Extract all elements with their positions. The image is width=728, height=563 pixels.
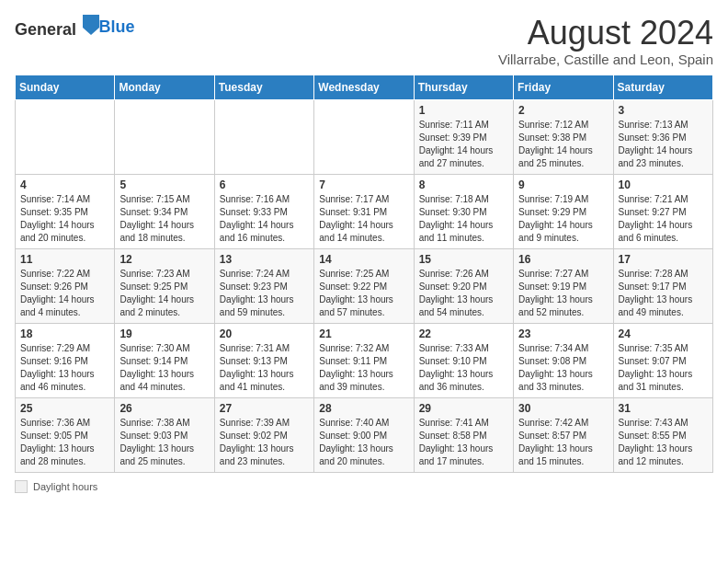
calendar-cell (314, 99, 414, 174)
day-info: Sunrise: 7:23 AM Sunset: 9:25 PM Dayligh… (119, 268, 209, 319)
day-number: 15 (419, 253, 508, 266)
calendar-cell: 19Sunrise: 7:30 AM Sunset: 9:14 PM Dayli… (115, 323, 214, 397)
calendar-cell: 16Sunrise: 7:27 AM Sunset: 9:19 PM Dayli… (514, 248, 613, 323)
col-header-monday: Monday (115, 75, 214, 99)
calendar-cell: 4Sunrise: 7:14 AM Sunset: 9:35 PM Daylig… (16, 174, 115, 248)
calendar-cell: 8Sunrise: 7:18 AM Sunset: 9:30 PM Daylig… (414, 174, 513, 248)
title-area: August 2024 Villarrabe, Castille and Leo… (498, 15, 713, 67)
day-info: Sunrise: 7:16 AM Sunset: 9:33 PM Dayligh… (220, 193, 309, 245)
day-number: 18 (20, 327, 109, 340)
day-info: Sunrise: 7:14 AM Sunset: 9:35 PM Dayligh… (20, 193, 109, 245)
days-header-row: SundayMondayTuesdayWednesdayThursdayFrid… (16, 75, 713, 99)
calendar-cell: 15Sunrise: 7:26 AM Sunset: 9:20 PM Dayli… (414, 248, 513, 323)
svg-marker-0 (83, 15, 99, 35)
day-info: Sunrise: 7:26 AM Sunset: 9:20 PM Dayligh… (419, 268, 508, 319)
calendar-cell (214, 99, 313, 174)
logo: General Blue (15, 15, 135, 39)
day-number: 13 (220, 253, 309, 266)
day-info: Sunrise: 7:24 AM Sunset: 9:23 PM Dayligh… (220, 268, 309, 319)
calendar-cell (115, 99, 214, 174)
day-number: 10 (619, 178, 708, 191)
day-number: 20 (220, 327, 309, 340)
day-number: 23 (518, 327, 608, 340)
day-number: 30 (518, 402, 608, 415)
col-header-saturday: Saturday (613, 75, 712, 99)
day-info: Sunrise: 7:21 AM Sunset: 9:27 PM Dayligh… (619, 193, 708, 245)
col-header-wednesday: Wednesday (314, 75, 414, 99)
day-info: Sunrise: 7:31 AM Sunset: 9:13 PM Dayligh… (220, 342, 309, 394)
calendar-cell: 6Sunrise: 7:16 AM Sunset: 9:33 PM Daylig… (214, 174, 313, 248)
calendar-title: August 2024 (498, 15, 713, 52)
day-number: 27 (220, 402, 309, 415)
logo-icon (83, 15, 99, 35)
calendar-cell: 17Sunrise: 7:28 AM Sunset: 9:17 PM Dayli… (613, 248, 712, 323)
day-info: Sunrise: 7:25 AM Sunset: 9:22 PM Dayligh… (319, 268, 408, 319)
calendar-cell: 28Sunrise: 7:40 AM Sunset: 9:00 PM Dayli… (314, 397, 414, 472)
day-info: Sunrise: 7:18 AM Sunset: 9:30 PM Dayligh… (419, 193, 508, 245)
daylight-box (15, 480, 28, 493)
day-number: 12 (119, 253, 209, 266)
day-info: Sunrise: 7:35 AM Sunset: 9:07 PM Dayligh… (619, 342, 708, 394)
calendar-subtitle: Villarrabe, Castille and Leon, Spain (498, 52, 713, 67)
logo-blue: Blue (99, 17, 135, 36)
calendar-cell: 14Sunrise: 7:25 AM Sunset: 9:22 PM Dayli… (314, 248, 414, 323)
calendar-cell: 31Sunrise: 7:43 AM Sunset: 8:55 PM Dayli… (613, 397, 712, 472)
day-info: Sunrise: 7:32 AM Sunset: 9:11 PM Dayligh… (319, 342, 408, 394)
day-number: 31 (619, 402, 708, 415)
day-number: 19 (119, 327, 209, 340)
col-header-thursday: Thursday (414, 75, 513, 99)
calendar-cell: 10Sunrise: 7:21 AM Sunset: 9:27 PM Dayli… (613, 174, 712, 248)
calendar-cell: 5Sunrise: 7:15 AM Sunset: 9:34 PM Daylig… (115, 174, 214, 248)
day-info: Sunrise: 7:15 AM Sunset: 9:34 PM Dayligh… (119, 193, 209, 245)
calendar-cell: 30Sunrise: 7:42 AM Sunset: 8:57 PM Dayli… (514, 397, 613, 472)
day-number: 26 (119, 402, 209, 415)
calendar-cell: 9Sunrise: 7:19 AM Sunset: 9:29 PM Daylig… (514, 174, 613, 248)
calendar-cell: 1Sunrise: 7:11 AM Sunset: 9:39 PM Daylig… (414, 99, 513, 174)
calendar-cell (16, 99, 115, 174)
calendar-cell: 29Sunrise: 7:41 AM Sunset: 8:58 PM Dayli… (414, 397, 513, 472)
col-header-friday: Friday (514, 75, 613, 99)
day-number: 29 (419, 402, 508, 415)
week-row-5: 25Sunrise: 7:36 AM Sunset: 9:05 PM Dayli… (16, 397, 713, 472)
footer: Daylight hours (15, 480, 713, 493)
calendar-cell: 3Sunrise: 7:13 AM Sunset: 9:36 PM Daylig… (613, 99, 712, 174)
day-info: Sunrise: 7:34 AM Sunset: 9:08 PM Dayligh… (518, 342, 608, 394)
day-number: 2 (518, 104, 608, 117)
day-number: 16 (518, 253, 608, 266)
daylight-label: Daylight hours (33, 481, 97, 492)
day-number: 1 (419, 104, 508, 117)
day-info: Sunrise: 7:29 AM Sunset: 9:16 PM Dayligh… (20, 342, 109, 394)
day-info: Sunrise: 7:42 AM Sunset: 8:57 PM Dayligh… (518, 417, 608, 468)
calendar-cell: 7Sunrise: 7:17 AM Sunset: 9:31 PM Daylig… (314, 174, 414, 248)
day-number: 7 (319, 178, 408, 191)
calendar-cell: 13Sunrise: 7:24 AM Sunset: 9:23 PM Dayli… (214, 248, 313, 323)
day-info: Sunrise: 7:41 AM Sunset: 8:58 PM Dayligh… (419, 417, 508, 468)
calendar-cell: 24Sunrise: 7:35 AM Sunset: 9:07 PM Dayli… (613, 323, 712, 397)
calendar-cell: 23Sunrise: 7:34 AM Sunset: 9:08 PM Dayli… (514, 323, 613, 397)
day-info: Sunrise: 7:28 AM Sunset: 9:17 PM Dayligh… (619, 268, 708, 319)
day-number: 22 (419, 327, 508, 340)
calendar-cell: 11Sunrise: 7:22 AM Sunset: 9:26 PM Dayli… (16, 248, 115, 323)
day-number: 28 (319, 402, 408, 415)
day-info: Sunrise: 7:22 AM Sunset: 9:26 PM Dayligh… (20, 268, 109, 319)
calendar-cell: 12Sunrise: 7:23 AM Sunset: 9:25 PM Dayli… (115, 248, 214, 323)
day-number: 21 (319, 327, 408, 340)
logo-general: General (15, 20, 76, 39)
day-info: Sunrise: 7:11 AM Sunset: 9:39 PM Dayligh… (419, 119, 508, 170)
calendar-cell: 2Sunrise: 7:12 AM Sunset: 9:38 PM Daylig… (514, 99, 613, 174)
col-header-tuesday: Tuesday (214, 75, 313, 99)
day-info: Sunrise: 7:33 AM Sunset: 9:10 PM Dayligh… (419, 342, 508, 394)
day-number: 17 (619, 253, 708, 266)
day-number: 24 (619, 327, 708, 340)
header: General Blue August 2024 Villarrabe, Cas… (15, 15, 713, 67)
week-row-2: 4Sunrise: 7:14 AM Sunset: 9:35 PM Daylig… (16, 174, 713, 248)
calendar-cell: 25Sunrise: 7:36 AM Sunset: 9:05 PM Dayli… (16, 397, 115, 472)
day-info: Sunrise: 7:39 AM Sunset: 9:02 PM Dayligh… (220, 417, 309, 468)
day-number: 8 (419, 178, 508, 191)
day-info: Sunrise: 7:40 AM Sunset: 9:00 PM Dayligh… (319, 417, 408, 468)
day-info: Sunrise: 7:17 AM Sunset: 9:31 PM Dayligh… (319, 193, 408, 245)
calendar-cell: 20Sunrise: 7:31 AM Sunset: 9:13 PM Dayli… (214, 323, 313, 397)
day-info: Sunrise: 7:36 AM Sunset: 9:05 PM Dayligh… (20, 417, 109, 468)
calendar-cell: 21Sunrise: 7:32 AM Sunset: 9:11 PM Dayli… (314, 323, 414, 397)
day-number: 14 (319, 253, 408, 266)
